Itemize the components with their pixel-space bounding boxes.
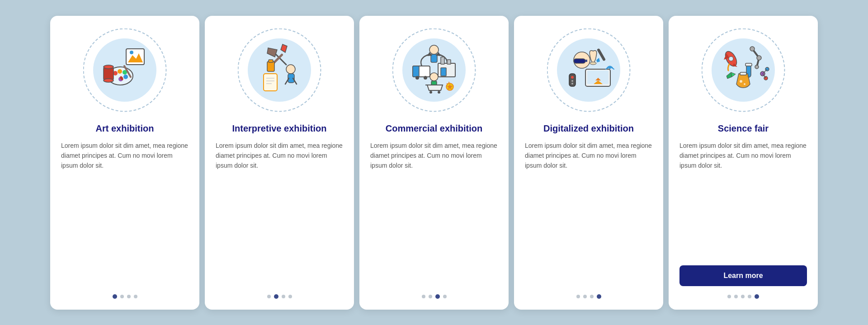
commercial-dots xyxy=(422,294,447,299)
art-icon xyxy=(95,40,154,100)
dot-3 xyxy=(435,294,440,299)
dot-4 xyxy=(748,295,751,298)
svg-rect-74 xyxy=(740,72,746,75)
svg-marker-15 xyxy=(267,48,277,57)
svg-rect-37 xyxy=(441,57,444,64)
commercial-body: Lorem ipsum dolor sit dim amet, mea regi… xyxy=(370,141,498,286)
svg-point-61 xyxy=(571,83,573,85)
dot-4 xyxy=(597,294,601,299)
svg-point-53 xyxy=(590,62,596,65)
dot-1 xyxy=(727,295,731,298)
science-icon xyxy=(714,40,773,100)
svg-point-34 xyxy=(415,76,419,80)
card-interpretive-exhibition: Interpretive exhibition Lorem ipsum dolo… xyxy=(205,16,354,310)
interpretive-icon xyxy=(250,40,309,100)
dot-5 xyxy=(755,294,759,299)
science-illustration xyxy=(698,25,788,115)
svg-point-2 xyxy=(118,69,122,74)
card-science-fair: Science fair Lorem ipsum dolor sit dim a… xyxy=(669,16,818,310)
dot-4 xyxy=(134,295,137,298)
science-dots xyxy=(727,294,759,299)
svg-rect-39 xyxy=(441,68,446,76)
digital-title: Digitalized exhibition xyxy=(543,122,634,134)
svg-point-18 xyxy=(286,65,295,74)
svg-point-4 xyxy=(123,75,128,79)
svg-point-60 xyxy=(571,80,573,82)
dot-2 xyxy=(274,294,278,299)
science-body: Lorem ipsum dolor sit dim amet, mea regi… xyxy=(679,141,807,258)
dot-2 xyxy=(583,295,587,298)
svg-point-40 xyxy=(430,73,438,81)
interpretive-title: Interpretive exhibition xyxy=(232,122,327,134)
svg-rect-27 xyxy=(269,60,273,62)
svg-point-12 xyxy=(104,65,113,69)
dot-1 xyxy=(576,295,580,298)
dot-4 xyxy=(443,295,447,298)
dot-3 xyxy=(282,295,285,298)
svg-marker-52 xyxy=(596,58,600,62)
digital-icon xyxy=(559,40,618,100)
commercial-title: Commercial exhibition xyxy=(386,122,483,134)
svg-point-35 xyxy=(424,76,427,80)
cards-container: Art exhibition Lorem ipsum dolor sit dim… xyxy=(39,5,829,320)
svg-point-62 xyxy=(609,66,611,69)
svg-point-10 xyxy=(130,51,133,54)
svg-rect-26 xyxy=(267,61,274,71)
svg-point-44 xyxy=(438,91,440,94)
dot-1 xyxy=(113,294,117,299)
dot-3 xyxy=(590,295,594,298)
svg-point-69 xyxy=(750,47,755,51)
svg-point-75 xyxy=(740,80,742,83)
svg-rect-73 xyxy=(745,63,752,66)
art-body: Lorem ipsum dolor sit dim amet, mea regi… xyxy=(61,141,189,286)
interpretive-dots xyxy=(267,294,292,299)
dot-3 xyxy=(741,295,745,298)
svg-point-70 xyxy=(757,56,761,60)
card-art-exhibition: Art exhibition Lorem ipsum dolor sit dim… xyxy=(50,16,199,310)
card-digitalized-exhibition: Digitalized exhibition Lorem ipsum dolor… xyxy=(514,16,663,310)
art-title: Art exhibition xyxy=(96,122,154,134)
digital-dots xyxy=(576,294,601,299)
interpretive-illustration xyxy=(234,25,325,115)
science-title: Science fair xyxy=(718,122,769,134)
svg-point-43 xyxy=(429,91,432,94)
commercial-icon xyxy=(405,40,463,100)
svg-rect-50 xyxy=(585,60,587,62)
svg-point-13 xyxy=(104,79,113,82)
dot-2 xyxy=(429,295,432,298)
interpretive-body: Lorem ipsum dolor sit dim amet, mea regi… xyxy=(216,141,343,286)
digital-illustration xyxy=(543,25,634,115)
dot-4 xyxy=(288,295,292,298)
commercial-illustration xyxy=(389,25,479,115)
digital-body: Lorem ipsum dolor sit dim amet, mea regi… xyxy=(525,141,652,286)
svg-marker-17 xyxy=(281,44,287,52)
dot-2 xyxy=(120,295,124,298)
svg-point-28 xyxy=(429,45,439,54)
art-dots xyxy=(113,294,137,299)
svg-point-76 xyxy=(744,83,745,85)
learn-more-button[interactable]: Learn more xyxy=(679,265,807,286)
svg-marker-83 xyxy=(731,72,736,77)
dot-1 xyxy=(267,295,271,298)
card-commercial-exhibition: Commercial exhibition Lorem ipsum dolor … xyxy=(359,16,509,310)
dot-3 xyxy=(127,295,131,298)
art-illustration xyxy=(80,25,170,115)
svg-rect-33 xyxy=(413,66,419,77)
svg-rect-49 xyxy=(574,59,585,63)
svg-point-66 xyxy=(729,57,733,61)
svg-rect-22 xyxy=(264,74,277,91)
svg-point-59 xyxy=(571,76,574,79)
dot-2 xyxy=(734,295,738,298)
dot-1 xyxy=(422,295,425,298)
svg-point-71 xyxy=(755,65,759,69)
svg-rect-38 xyxy=(447,60,451,64)
